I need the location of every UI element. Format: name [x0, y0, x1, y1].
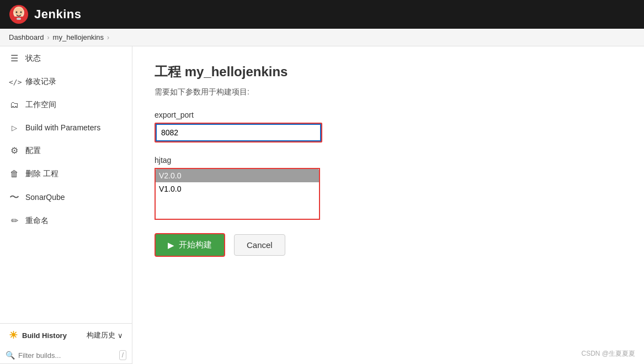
sidebar-label-delete: 删除 工程: [25, 169, 58, 179]
changes-icon: </>: [9, 78, 20, 86]
jenkins-logo: [9, 4, 29, 24]
build-filter: 🔍 /: [0, 347, 132, 364]
sidebar-label-build-params: Build with Parameters: [25, 123, 100, 132]
breadcrumb-sep-2: ›: [107, 34, 109, 41]
param-select-wrapper: V2.0.0 V1.0.0: [155, 168, 320, 220]
main-layout: ☰ 状态 </> 修改记录 🗂 工作空间 ▷ Build with Parame…: [0, 46, 644, 364]
sidebar-item-delete[interactable]: 🗑 删除 工程: [0, 162, 132, 186]
chevron-icon: ∨: [118, 331, 123, 340]
sidebar-item-build-params[interactable]: ▷ Build with Parameters: [0, 117, 132, 139]
export-port-input[interactable]: [156, 124, 321, 141]
param-hjtag: hjtag V2.0.0 V1.0.0: [155, 156, 622, 220]
sonar-icon: 〜: [9, 192, 20, 202]
build-history-header: ☀ Build History 构建历史 ∨: [0, 324, 132, 347]
build-button-label: 开始构建: [179, 240, 212, 250]
sidebar-footer: ☀ Build History 构建历史 ∨ 🔍 /: [0, 323, 132, 364]
sidebar-label-changes: 修改记录: [25, 77, 56, 87]
build-button[interactable]: ▶ 开始构建: [155, 233, 225, 257]
breadcrumb-dashboard[interactable]: Dashboard: [9, 33, 44, 41]
hjtag-select[interactable]: V2.0.0 V1.0.0: [156, 169, 319, 219]
svg-point-4: [20, 12, 22, 13]
param-input-wrapper: [155, 123, 322, 143]
slash-shortcut: /: [119, 350, 126, 360]
header: Jenkins: [0, 0, 644, 29]
sidebar-item-configure[interactable]: ⚙ 配置: [0, 139, 132, 162]
sidebar-item-status[interactable]: ☰ 状态: [0, 46, 132, 70]
sidebar-nav: ☰ 状态 </> 修改记录 🗂 工作空间 ▷ Build with Parame…: [0, 46, 132, 323]
sidebar-item-sonarqube[interactable]: 〜 SonarQube: [0, 186, 132, 209]
form-actions: ▶ 开始构建 Cancel: [155, 233, 622, 257]
sidebar-label-status: 状态: [25, 54, 41, 64]
gear-icon: ⚙: [9, 145, 20, 156]
workspace-icon: 🗂: [9, 100, 20, 110]
watermark: CSDN @生夏夏夏: [581, 349, 635, 358]
option-v200[interactable]: V2.0.0: [156, 169, 319, 182]
content-area: 工程 my_hellojenkins 需要如下参数用于构建项目: export_…: [132, 46, 644, 364]
build-history-cn: 构建历史: [87, 330, 115, 340]
trash-icon: 🗑: [9, 169, 20, 179]
sidebar-item-workspace[interactable]: 🗂 工作空间: [0, 93, 132, 117]
sidebar-item-changes[interactable]: </> 修改记录: [0, 70, 132, 93]
svg-point-3: [16, 12, 18, 13]
svg-point-2: [14, 7, 23, 16]
build-history-left: ☀ Build History: [9, 329, 67, 341]
option-v100[interactable]: V1.0.0: [156, 182, 319, 196]
header-title: Jenkins: [34, 7, 81, 22]
sun-icon: ☀: [9, 329, 18, 341]
sidebar-label-workspace: 工作空间: [25, 100, 56, 110]
breadcrumb-sep-1: ›: [47, 34, 50, 41]
play-icon: ▷: [9, 124, 20, 132]
filter-builds-input[interactable]: [18, 351, 116, 360]
svg-rect-5: [17, 18, 21, 20]
status-icon: ☰: [9, 53, 20, 64]
cancel-button[interactable]: Cancel: [234, 234, 285, 256]
param-label-hjtag: hjtag: [155, 156, 622, 165]
sidebar-item-rename[interactable]: ✏ 重命名: [0, 209, 132, 233]
param-export-port: export_port: [155, 110, 622, 143]
sidebar: ☰ 状态 </> 修改记录 🗂 工作空间 ▷ Build with Parame…: [0, 46, 132, 364]
page-title: 工程 my_hellojenkins: [155, 63, 622, 81]
sidebar-label-configure: 配置: [25, 146, 41, 156]
sidebar-label-sonarqube: SonarQube: [25, 193, 65, 202]
search-icon: 🔍: [6, 351, 15, 360]
param-label-export-port: export_port: [155, 110, 622, 119]
subtitle: 需要如下参数用于构建项目:: [155, 87, 622, 97]
build-history-right[interactable]: 构建历史 ∨: [87, 330, 123, 340]
build-history-label: Build History: [22, 331, 67, 340]
sidebar-label-rename: 重命名: [25, 216, 49, 226]
play-btn-icon: ▶: [168, 240, 174, 250]
breadcrumb: Dashboard › my_hellojenkins ›: [0, 29, 644, 46]
pencil-icon: ✏: [9, 215, 20, 226]
breadcrumb-project[interactable]: my_hellojenkins: [53, 33, 104, 41]
